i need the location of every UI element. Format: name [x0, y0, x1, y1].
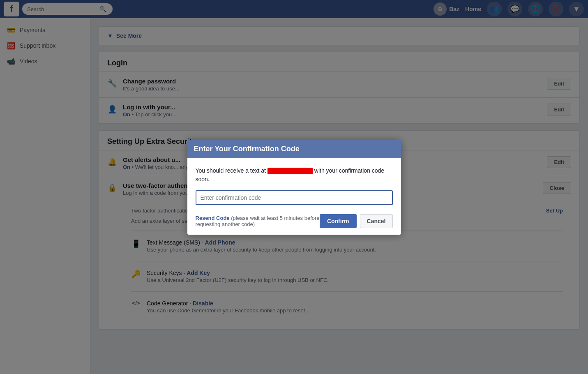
- modal-overlay: Enter Your Confirmation Code You should …: [0, 0, 588, 374]
- modal-text-before: You should receive a text at: [196, 167, 267, 174]
- modal-body-text: You should receive a text at with your c…: [196, 166, 393, 184]
- cancel-button[interactable]: Cancel: [360, 214, 393, 228]
- confirmation-code-modal: Enter Your Confirmation Code You should …: [187, 140, 401, 235]
- phone-redacted: [267, 168, 313, 174]
- modal-header: Enter Your Confirmation Code: [187, 140, 401, 158]
- confirmation-code-input[interactable]: [196, 190, 393, 205]
- resend-area: Resend Code (please wait at least 5 minu…: [196, 215, 320, 227]
- resend-code-link[interactable]: Resend Code: [196, 215, 230, 221]
- modal-footer: Resend Code (please wait at least 5 minu…: [187, 209, 401, 235]
- confirm-button[interactable]: Confirm: [320, 214, 357, 228]
- modal-body: You should receive a text at with your c…: [187, 158, 401, 209]
- modal-actions: Confirm Cancel: [320, 214, 393, 228]
